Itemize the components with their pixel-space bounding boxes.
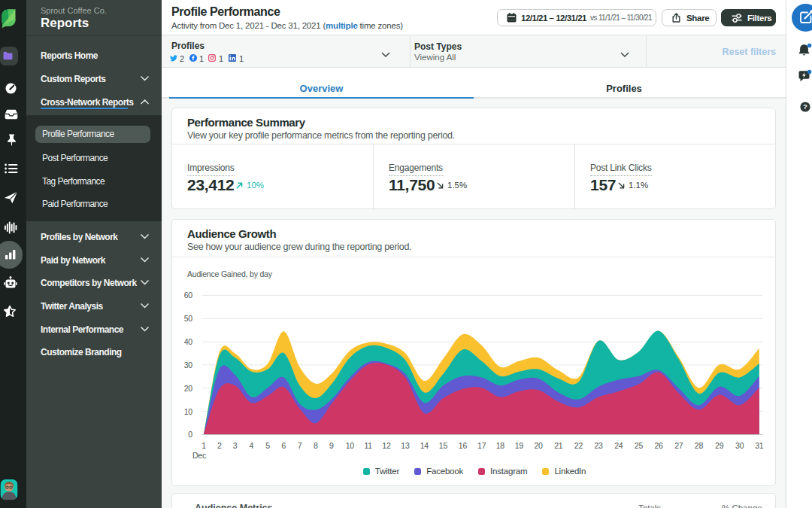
svg-text:?: ? xyxy=(803,102,807,111)
